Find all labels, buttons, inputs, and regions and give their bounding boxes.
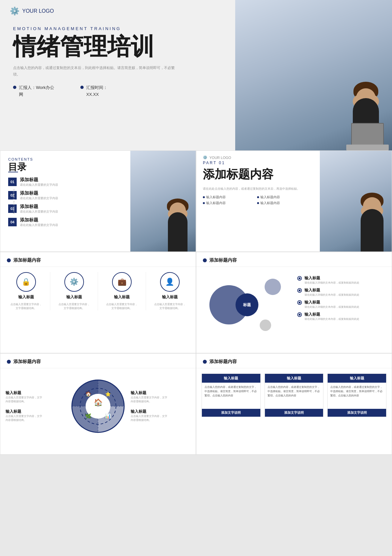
time-item: 汇报时间： XX.XX [80, 84, 107, 98]
slide4-header: 添加标题内容 [0, 252, 196, 267]
wheel-center-area: 🏠 🌿 📊 🏠 🏠 🌿 ⭐ 📊 [69, 374, 127, 439]
wheel-right: 输入标题 点击输入页需要文字内容，文字内容需根据结构。 输入标题 点击输入页需要… [131, 390, 190, 422]
item-title-3: 输入标题 [304, 300, 359, 305]
wheel-desc-1: 点击输入页需要文字内容，文字内容需根据结构。 [6, 396, 65, 404]
circle-center: 标题 [236, 293, 258, 316]
wheel-seg-br: 输入标题 点击输入页需要文字内容，文字内容需根据结构。 [131, 409, 190, 422]
slide-wheel: 添加标题内容 输入标题 点击输入页需要文字内容，文字内容需根据结构。 输入标题 … [0, 353, 196, 455]
toc-sub-1: 请在此输入所需要的文字内容 [20, 183, 58, 187]
wheel-svg: 🏠 🌿 📊 🏠 🏠 🌿 ⭐ 📊 [69, 377, 127, 436]
item-desc-2: 请在此输入详细的文本内容，或复制粘贴到此处 [304, 293, 359, 297]
wheel-desc-2: 点击输入页需要文字内容，文字内容需根据结构。 [131, 396, 190, 404]
slide3-logo: ⚙️ YOUR LOGO [203, 155, 231, 160]
icon-label-3: 输入标题 [114, 294, 130, 300]
slide6-content: 输入标题 点击输入页需要文字内容，文字内容需根据结构。 输入标题 点击输入页需要… [0, 370, 196, 442]
icon-item-1: 🔒 输入标题 点击输入页需要文字内容，文字需根据结构。 [10, 272, 42, 310]
slide3-logo-text: YOUR LOGO [209, 156, 231, 160]
bullet-1: 输入标题内容 [203, 195, 256, 200]
cover-title: 情绪管理培训 [13, 34, 209, 60]
toc-main-4: 添加标题 [20, 217, 58, 223]
cover-meta: 汇报人：Work办公 网 汇报时间： XX.XX [13, 84, 209, 98]
toc-sub-4: 请在此输入所需要的文字内容 [20, 223, 58, 227]
slide7-header: 添加标题内容 [196, 354, 392, 368]
divider-2 [98, 272, 98, 310]
bullet-3: 输入标题内容 [203, 201, 256, 205]
card-footer-2[interactable]: 添加文字说明 [265, 409, 323, 417]
icon-desc-4: 点击输入页需要文字内容，文字需根据结构。 [154, 303, 186, 310]
slide3-desc: 请在此处点击输入您的内容，或者通过复制您的文本后，再选中选择粘贴。 [203, 186, 310, 191]
card-footer-3[interactable]: 添加文字说明 [328, 409, 386, 417]
card-footer-1[interactable]: 添加文字说明 [202, 409, 260, 417]
section-dot-5 [203, 258, 207, 262]
svg-text:🌿: 🌿 [86, 413, 91, 419]
wheel-seg-bl: 输入标题 点击输入页需要文字内容，文字内容需根据结构。 [6, 409, 65, 422]
toc-photo [130, 151, 196, 252]
cards-row: 输入标题 点击输入您的内容，或者通过复制您的文字，中选择粘贴。请言简意，简单说明… [196, 370, 392, 420]
circles-diagram: 标题 [203, 272, 291, 338]
icon-circle-3: 💼 [112, 272, 132, 292]
slide5-title: 添加标题内容 [209, 257, 237, 263]
section-line-6 [0, 368, 196, 368]
slide5-item-2: 输入标题 请在此输入详细的文本内容，或复制粘贴到此处 [297, 287, 385, 297]
circle-small-1 [265, 279, 281, 295]
cover-desc: 点击输入您的内容，或通过复制您的文本后，到此框中选择粘贴。请言简意赅，简单说明即… [13, 65, 176, 78]
vertical-label: AR CONTENTS [12, 188, 15, 214]
slide-cover: ⚙️ YOUR LOGO EMOTION MANAGEMENT TRAINING… [0, 0, 392, 150]
toc-main-1: 添加标题 [20, 177, 58, 183]
wheel-label-3: 输入标题 [6, 409, 65, 414]
slide5-header: 添加标题内容 [196, 252, 392, 267]
wheel-desc-3: 点击输入页需要文字内容，文字内容需根据结构。 [6, 414, 65, 422]
center-label: 标题 [243, 302, 251, 308]
logo: ⚙️ YOUR LOGO [10, 7, 54, 16]
section-dot-6 [7, 360, 11, 364]
logo-text: YOUR LOGO [22, 8, 54, 14]
item-desc-3: 请在此输入详细的文本内容，或复制粘贴到此处 [304, 305, 359, 309]
bullet-2: 输入标题内容 [257, 195, 310, 200]
slide5-item-3: 输入标题 请在此输入详细的文本内容，或复制粘贴到此处 [297, 300, 385, 309]
icon-desc-3: 点击输入页需要文字内容，文字需根据结构。 [106, 303, 138, 310]
cover-content: EMOTION MANAGEMENT TRAINING 情绪管理培训 点击输入您… [13, 26, 209, 98]
icon-item-2: ⚙️ 输入标题 点击输入页需要文字内容，文字需根据结构。 [58, 272, 90, 310]
slide-cards: 添加标题内容 输入标题 点击输入您的内容，或者通过复制您的文字，中选择粘贴。请言… [196, 353, 392, 455]
icon-circle-2: ⚙️ [64, 272, 84, 292]
toc-sub-2: 请在此输入所需要的文字内容 [20, 196, 58, 200]
gear-icon: ⚙️ [10, 7, 20, 16]
section-dot-4 [7, 258, 11, 262]
slide5-item-1: 输入标题 请在此输入详细的文本内容，或复制粘贴到此处 [297, 275, 385, 285]
item-desc-1: 请在此输入详细的文本内容，或复制粘贴到此处 [304, 281, 359, 285]
icons-row: 🔒 输入标题 点击输入页需要文字内容，文字需根据结构。 ⚙️ 输入标题 点击输入… [0, 269, 196, 313]
toc-main-3: 添加标题 [20, 204, 58, 210]
item-desc-4: 请在此输入详细的文本内容，或复制粘贴到此处 [304, 317, 359, 321]
card-2: 输入标题 点击输入您的内容，或者通过复制您的文字，中选择粘贴。请言简意，简单说明… [265, 374, 324, 417]
card-body-2: 点击输入您的内容，或者通过复制您的文字，中选择粘贴。请言简意，简单说明即可，不必… [265, 383, 323, 409]
wheel-seg-tr: 输入标题 点击输入页需要文字内容，文字内容需根据结构。 [131, 390, 190, 404]
time-text: 汇报时间： XX.XX [86, 84, 107, 98]
icon-desc-1: 点击输入页需要文字内容，文字需根据结构。 [10, 303, 42, 310]
slide6-title: 添加标题内容 [13, 359, 41, 365]
slide3-part-label: PART 01 [203, 161, 310, 165]
section-line-5 [196, 267, 392, 267]
slide3-title: 添加标题内容 [203, 166, 310, 182]
slide-circles: 添加标题内容 标题 输入标题 请在此输入详细的文本内容，或复制粘贴到此处 [196, 252, 392, 353]
gear-icon-sm: ⚙️ [203, 155, 207, 160]
wheel-label-4: 输入标题 [131, 409, 190, 414]
toc-num-4: 04 [8, 218, 17, 226]
item-title-1: 输入标题 [304, 275, 359, 281]
slide4-title: 添加标题内容 [13, 257, 41, 263]
svg-text:⭐: ⭐ [105, 391, 111, 397]
radio-1 [297, 276, 302, 281]
toc-sub-3: 请在此输入所需要的文字内容 [20, 210, 58, 214]
wheel-label-2: 输入标题 [131, 390, 190, 396]
slide7-title: 添加标题内容 [209, 359, 237, 365]
icon-desc-2: 点击输入页需要文字内容，文字需根据结构。 [58, 303, 90, 310]
section-line-7 [196, 368, 392, 368]
wheel-label-1: 输入标题 [6, 390, 65, 396]
slide3-photo [320, 151, 392, 252]
icon-item-4: 👤 输入标题 点击输入页需要文字内容，文字需根据结构。 [154, 272, 186, 310]
card-header-3: 输入标题 [328, 374, 386, 383]
card-1: 输入标题 点击输入您的内容，或者通过复制您的文字，中选择粘贴。请言简意，简单说明… [202, 374, 261, 417]
toc-num-1: 01 [8, 178, 17, 186]
item-title-2: 输入标题 [304, 287, 359, 293]
divider-1 [50, 272, 50, 310]
cover-subtitle: EMOTION MANAGEMENT TRAINING [13, 26, 209, 31]
